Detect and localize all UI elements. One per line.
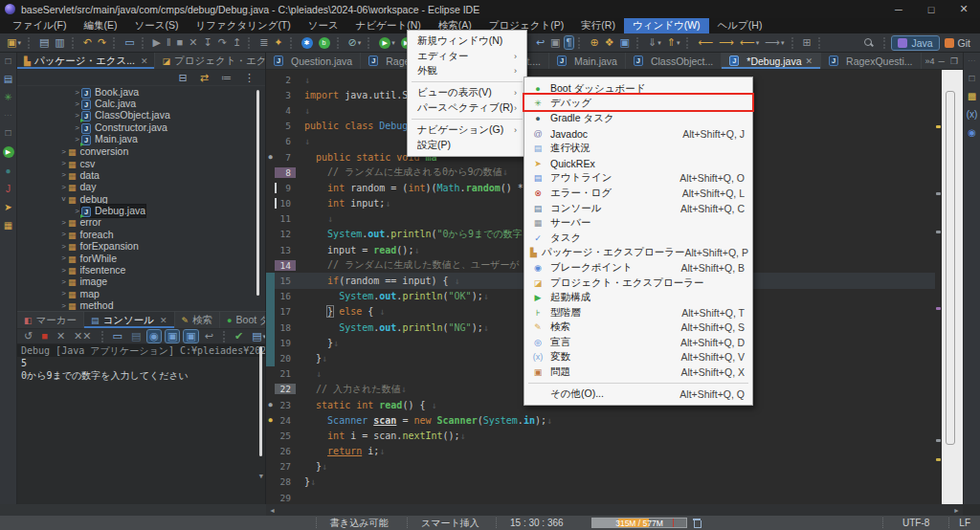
view-type-hierarchy[interactable]: ⊦型階層Alt+Shift+Q, T [524,305,752,320]
menu-appearance[interactable]: 外観› [408,64,526,79]
menu-perspective[interactable]: パースペクティブ(R)› [408,100,526,116]
restore-view-icon[interactable]: □ [969,74,974,83]
view-error-log[interactable]: ⊗エラー・ログAlt+Shift+Q, L [524,186,752,201]
view-breakpoints[interactable]: ◉ブレークポイントAlt+Shift+Q, B [524,260,752,276]
tree-item[interactable]: >▦csv [17,157,265,168]
run-gc-trash-icon[interactable] [693,519,701,527]
gradle-tasks-view-icon[interactable]: ● [5,166,11,176]
link-editor-icon[interactable]: ▣ [548,36,562,49]
tree-item[interactable]: >▦error [17,216,265,228]
tree-item[interactable]: >JConstructor.java [17,121,265,133]
pause-icon[interactable]: ‖ [165,36,173,49]
scroll-left-icon[interactable]: ◄ [269,507,276,514]
save-all-icon[interactable]: ▥ [53,36,66,49]
scroll-lock-icon[interactable]: ▤ [129,330,143,342]
tree-item[interactable]: >▦ifsentence [17,264,265,276]
chevron-right-icon[interactable]: > [59,218,68,227]
menu-edit[interactable]: 編集(E) [75,18,125,33]
run-config-view-icon[interactable]: ▶ [3,146,14,158]
view-package-explorer[interactable]: ▙パッケージ・エクスプローラーAlt+Shift+Q, P [524,246,752,261]
tree-item[interactable]: >JDebug.java [17,205,265,216]
tab-ragexquesti-java[interactable]: JRagexQuesti... [821,53,921,69]
view-progress[interactable]: ▤進行状況 [524,141,752,156]
menu-refactor[interactable]: リファクタリング(T) [187,18,299,33]
forward-annotation-icon[interactable]: ⟶ [717,36,736,49]
display-console-icon[interactable]: ▤▾ [250,330,266,342]
trace-icon[interactable]: ✦ [272,36,284,49]
chevron-right-icon[interactable]: > [73,88,81,97]
step-into-icon[interactable]: ↧ [201,36,213,49]
maximize-button[interactable]: □ [915,0,947,18]
minimize-button[interactable]: ─ [882,0,915,18]
tasks-view-icon[interactable]: ▩ [968,92,976,101]
console-scrollbar[interactable]: ▼ [258,346,263,480]
boot-app-icon[interactable]: b [317,36,332,50]
explorer-scrollbar[interactable] [256,90,259,296]
menu-source-2[interactable]: ソース [300,18,347,33]
code-line[interactable]: 26 return i;↓ [266,444,963,459]
perspective-git[interactable]: Git [939,36,976,50]
view-problems[interactable]: ▣問題Alt+Shift+Q, X [524,364,752,380]
view-outline[interactable]: ▤アウトラインAlt+Shift+Q, O [524,171,752,187]
view-console[interactable]: ▤コンソールAlt+Shift+Q, C [524,201,752,216]
title-bar[interactable]: baseServlet/src/main/java/com/cmps/debug… [0,0,980,18]
chevron-right-icon[interactable]: > [59,170,68,179]
debug-view-icon[interactable]: ✳ [4,93,11,102]
redo-icon[interactable]: ↷ [96,36,108,49]
junit-view-icon[interactable]: J [6,185,11,194]
relaunch-icon[interactable]: ↺ [22,330,34,342]
view-tasks[interactable]: ✓タスク [524,231,752,246]
close-icon[interactable]: ✕ [160,316,167,325]
tab-markers[interactable]: ◧マーカー [17,312,84,328]
tab-project-explorer[interactable]: ◪プロジェクト・エク... [155,53,266,69]
show-stdout-icon[interactable]: ▣ [166,330,179,342]
tree-item[interactable]: >▦method [17,299,265,311]
terminate-icon[interactable]: ■ [175,36,186,49]
show-whitespace-icon[interactable]: ¶ [565,36,574,49]
code-line[interactable]: 29 [266,490,963,504]
tab-classobject-java[interactable]: JClassObject... [626,53,722,69]
minimize-editor-icon[interactable]: ─ [939,56,945,66]
menu-file[interactable]: ファイル(F) [4,18,75,33]
close-icon[interactable]: ✕ [806,56,813,66]
view-servers[interactable]: ▦サーバー [524,215,752,231]
export-icon[interactable]: ⇑▾ [665,36,682,49]
run-icon[interactable]: ▶▾ [377,36,397,50]
console-ok-icon[interactable]: ✔ [233,330,245,342]
view-quickrex[interactable]: ➤QuickREx [524,156,752,171]
remove-all-launches-icon[interactable]: ✕✕ [72,330,93,342]
chevron-right-icon[interactable]: > [59,242,68,251]
new-class-icon[interactable]: ❖ [603,36,616,49]
tree-item[interactable]: >▦forWhile [17,252,265,263]
image-view-icon[interactable]: ▦ [4,221,12,231]
step-return-icon[interactable]: ↥ [231,36,243,49]
outline-view-icon[interactable]: ▤ [4,75,12,84]
tab-search[interactable]: ✎検索 [175,312,221,328]
menu-window[interactable]: ウィンドウ(W) [624,18,709,33]
view-project-explorer[interactable]: ◪プロジェクト・エクスプローラー [524,276,752,291]
chevron-right-icon[interactable]: > [59,289,68,298]
view-variables[interactable]: (x)変数Alt+Shift+Q, V [524,350,752,365]
tree-item[interactable]: >▦data [17,169,265,181]
remove-launch-icon[interactable]: ✕ [55,330,67,342]
chevron-right-icon[interactable]: > [59,277,68,286]
tree-item[interactable]: >JMain.java [17,134,265,145]
terminate-icon[interactable]: ■ [39,330,50,342]
open-perspective-icon[interactable]: ⊞ [801,36,813,49]
tab-debug-java[interactable]: J*Debug.java✕ [722,53,821,69]
menu-editor[interactable]: エディター› [408,49,526,64]
tree-item[interactable]: >JBook.java [17,86,265,98]
menu-source[interactable]: ソース(S) [125,18,187,33]
filter-icon[interactable]: ≔ [219,72,234,84]
chevron-right-icon[interactable]: > [59,230,68,238]
save-icon[interactable]: ▤ [37,36,51,49]
view-other[interactable]: その他(O)...Alt+Shift+Q, Q [524,386,752,402]
view-launch-configurations[interactable]: ▶起動構成 [524,290,752,305]
clear-console-icon[interactable]: ▭ [111,330,124,342]
resume-icon[interactable]: ▶ [151,36,163,49]
last-edit-location-icon[interactable]: ↩ [534,36,546,49]
editor-shortcut-icon[interactable]: □ [5,128,11,138]
skip-breakpoints-icon[interactable]: ⊘▾ [346,36,364,49]
chevron-right-icon[interactable]: > [59,266,68,275]
synchronize-view-icon[interactable]: □ [5,56,11,66]
